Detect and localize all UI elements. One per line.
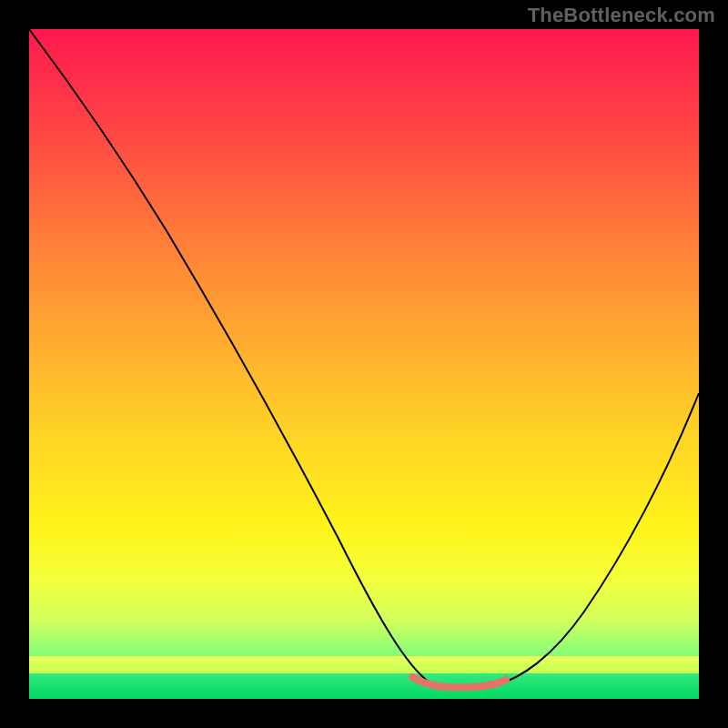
curve-svg	[29, 29, 699, 699]
accent-curve	[412, 677, 506, 687]
plot-area	[29, 29, 699, 699]
watermark-text: TheBottleneck.com	[528, 4, 715, 27]
main-curve	[29, 29, 699, 687]
chart-frame: TheBottleneck.com	[0, 0, 728, 728]
